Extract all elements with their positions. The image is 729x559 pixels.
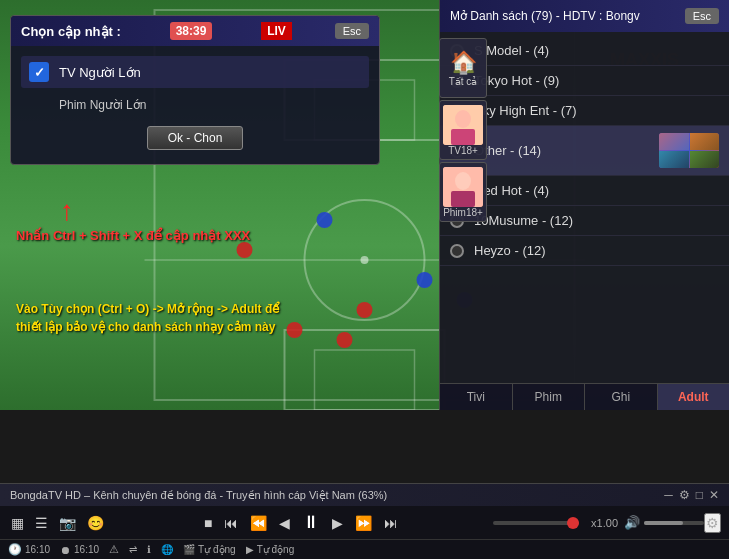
list-view-btn[interactable]: ☰ xyxy=(32,515,51,531)
play2-icon: ▶ xyxy=(246,544,254,555)
tv-nguoi-lon-label: TV Người Lớn xyxy=(59,65,141,80)
timer-badge: 38:39 xyxy=(170,22,213,40)
player-icons: ─ ⚙ □ ✕ xyxy=(664,488,719,502)
gear-settings-btn[interactable]: ⚙ xyxy=(704,513,721,533)
channel-thumb-other xyxy=(659,133,719,168)
svg-rect-17 xyxy=(451,129,475,145)
update-dialog-body: TV Người Lớn Phim Người Lớn Ok - Chon xyxy=(11,46,379,164)
tab-tivi-label: Tivi xyxy=(467,390,485,404)
svg-point-13 xyxy=(317,212,333,228)
cat-tv18-label: TV18+ xyxy=(448,145,478,156)
channel-name-red-hot: Red Hot - (4) xyxy=(474,183,719,198)
phim18-thumbnail xyxy=(443,167,483,207)
cat-tat-ca[interactable]: 🏠 Tất cả xyxy=(439,38,487,98)
stop-btn[interactable]: ■ xyxy=(201,515,215,531)
phim-nguoi-lon-item[interactable]: Phim Người Lớn xyxy=(21,92,369,118)
maximize-icon[interactable]: □ xyxy=(696,488,703,502)
minimize-icon[interactable]: ─ xyxy=(664,488,673,502)
right-panel-header: Mở Danh sách (79) - HDTV : Bongv Esc xyxy=(440,0,729,32)
cat-phim18[interactable]: Phim18+ xyxy=(439,162,487,222)
progress-dot xyxy=(567,517,579,529)
tab-phim[interactable]: Phim xyxy=(513,384,586,410)
step-back-btn[interactable]: ◀ xyxy=(276,515,293,531)
fast-fwd-btn[interactable]: ⏩ xyxy=(352,515,375,531)
rewind-btn[interactable]: ⏪ xyxy=(247,515,270,531)
svg-point-19 xyxy=(455,172,471,190)
status-time1: 🕐 16:10 xyxy=(8,543,50,556)
right-panel-esc-button[interactable]: Esc xyxy=(685,8,719,24)
tab-phim-label: Phim xyxy=(535,390,562,404)
controls-row: ▦ ☰ 📷 😊 ■ ⏮ ⏪ ◀ ⏸ ▶ ⏩ ⏭ x1.00 xyxy=(0,506,729,539)
right-panel-tabs: Tivi Phim Ghi Adult xyxy=(440,383,729,410)
next-btn[interactable]: ⏭ xyxy=(381,515,401,531)
thumb-cell-1 xyxy=(659,133,689,150)
status-bar: 🕐 16:10 ⏺ 16:10 ⚠ ⇌ ℹ 🌐 🎬 Tự động ▶ xyxy=(0,539,729,559)
tv-nguoi-lon-check xyxy=(29,62,49,82)
channel-name-s-model: S Model - (4) xyxy=(474,43,719,58)
phim-nguoi-lon-label: Phim Người Lớn xyxy=(59,98,146,112)
instruction-2: Vào Tùy chọn (Ctrl + O) -> Mở rộng -> Ad… xyxy=(16,300,279,336)
cat-tv18[interactable]: TV18+ xyxy=(439,100,487,160)
svg-rect-20 xyxy=(451,191,475,207)
volume-icon: 🔊 xyxy=(624,515,640,530)
svg-rect-3 xyxy=(285,330,445,410)
channel-name-heyzo: Heyzo - (12) xyxy=(474,243,719,258)
thumb-cell-2 xyxy=(690,133,720,150)
tab-ghi[interactable]: Ghi xyxy=(585,384,658,410)
globe-icon: 🌐 xyxy=(161,544,173,555)
player-bar: BongdaTV HD – Kênh chuyên đề bóng đá - T… xyxy=(0,483,729,559)
red-arrow-icon: ↑ xyxy=(60,195,74,227)
svg-point-8 xyxy=(287,322,303,338)
transport-controls: ■ ⏮ ⏪ ◀ ⏸ ▶ ⏩ ⏭ xyxy=(201,512,401,533)
channel-item-heyzo[interactable]: Heyzo - (12) xyxy=(440,236,729,266)
right-panel-title: Mở Danh sách (79) - HDTV : Bongv xyxy=(450,9,640,23)
clock1-icon: 🕐 xyxy=(8,543,22,556)
status-warn: ⚠ xyxy=(109,543,119,556)
info-icon: ℹ xyxy=(147,544,151,555)
tab-adult-label: Adult xyxy=(678,390,709,404)
prev-btn[interactable]: ⏮ xyxy=(221,515,241,531)
tab-tivi[interactable]: Tivi xyxy=(440,384,513,410)
player-title-bar: BongdaTV HD – Kênh chuyên đề bóng đá - T… xyxy=(0,484,729,506)
channel-name-10musume: 10Musume - (12) xyxy=(474,213,719,228)
instruction-1: Nhấn Ctrl + Shift + X để cập nhật XXX xyxy=(16,228,250,243)
settings-icon[interactable]: ⚙ xyxy=(679,488,690,502)
ok-button[interactable]: Ok - Chon xyxy=(147,126,244,150)
update-dialog-title: Chọn cập nhật : xyxy=(21,24,121,39)
tv18-thumbnail xyxy=(443,105,483,145)
channel-radio-heyzo xyxy=(450,244,464,258)
progress-bar[interactable] xyxy=(493,521,579,525)
step-fwd-btn[interactable]: ▶ xyxy=(329,515,346,531)
camera-btn[interactable]: 📷 xyxy=(56,515,79,531)
volume-area: 🔊 xyxy=(624,515,704,530)
progress-area xyxy=(487,521,585,525)
status-label2-text: ▶ Tự động xyxy=(246,544,295,555)
close-icon[interactable]: ✕ xyxy=(709,488,719,502)
channel-name-tokyo-hot: Tokyo Hot - (9) xyxy=(474,73,719,88)
status-label2: ▶ Tự động xyxy=(246,544,295,555)
label1-value: Tự động xyxy=(198,544,236,555)
tab-adult[interactable]: Adult xyxy=(658,384,730,410)
category-sidebar: 🏠 Tất cả TV18+ Phim18+ xyxy=(439,38,489,222)
film-icon: 🎬 xyxy=(183,544,195,555)
status-time1-value: 16:10 xyxy=(25,544,50,555)
channel-badge: LIV xyxy=(261,22,292,40)
tv-nguoi-lon-checkbox-item[interactable]: TV Người Lớn xyxy=(21,56,369,88)
status-globe: 🌐 xyxy=(161,544,173,555)
svg-point-10 xyxy=(417,272,433,288)
smiley-btn[interactable]: 😊 xyxy=(84,515,107,531)
status-label1: 🎬 Tự động xyxy=(183,544,236,555)
volume-bar[interactable] xyxy=(644,521,704,525)
record-icon: ⏺ xyxy=(60,544,71,556)
grid-view-btn[interactable]: ▦ xyxy=(8,515,27,531)
status-time2-value: 16:10 xyxy=(74,544,99,555)
play-pause-btn[interactable]: ⏸ xyxy=(299,512,323,533)
status-label1-text: 🎬 Tự động xyxy=(183,544,236,555)
volume-fill xyxy=(644,521,683,525)
update-dialog-esc-button[interactable]: Esc xyxy=(335,23,369,39)
svg-point-9 xyxy=(337,332,353,348)
thumb-cell-4 xyxy=(690,151,720,168)
cat-tat-ca-label: Tất cả xyxy=(449,76,478,87)
speed-label: x1.00 xyxy=(591,517,618,529)
channel-name-other: Other - (14) xyxy=(474,143,659,158)
